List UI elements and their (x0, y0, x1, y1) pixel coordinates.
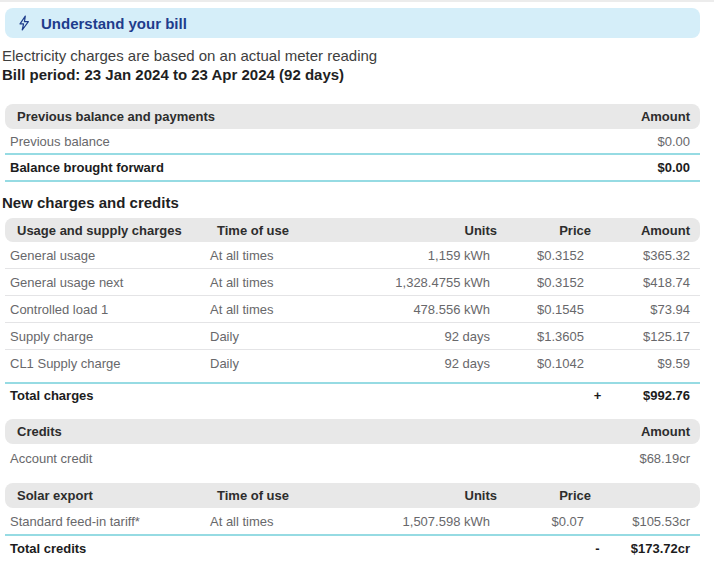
row-units: 1,159 kWh (360, 248, 490, 263)
col-header-price: Price (497, 223, 591, 238)
col-header-solar-export: Solar export (17, 488, 217, 503)
table-row: CL1 Supply charge Daily 92 days $0.1042 … (5, 350, 700, 377)
top-divider (0, 0, 714, 2)
solar-export-header: Solar export Time of use Units Price (5, 483, 700, 508)
total-label: Total credits (10, 541, 587, 556)
table-row: General usage At all times 1,159 kWh $0.… (5, 242, 700, 269)
bill-period: Bill period: 23 Jan 2024 to 23 Apr 2024 … (2, 65, 700, 85)
row-amount: $9.59 (584, 356, 690, 371)
understand-your-bill-banner[interactable]: Understand your bill (5, 8, 700, 38)
table-row: General usage next At all times 1,328.47… (5, 269, 700, 296)
col-header-usage: Usage and supply charges (17, 223, 217, 238)
bill-intro: Electricity charges are based on an actu… (2, 46, 700, 85)
table-row: Controlled load 1 At all times 478.556 k… (5, 296, 700, 323)
col-header-units: Units (367, 223, 497, 238)
balance-brought-forward-row: Balance brought forward $0.00 (5, 155, 700, 182)
row-name: General usage (10, 248, 210, 263)
credits-header-label: Credits (17, 424, 641, 439)
col-header-units: Units (367, 488, 497, 503)
banner-label: Understand your bill (41, 15, 187, 32)
row-name: Supply charge (10, 329, 210, 344)
row-amount: $105.53cr (584, 514, 690, 529)
amount-column-header: Amount (641, 424, 690, 439)
meter-reading-note: Electricity charges are based on an actu… (2, 46, 700, 65)
total-credits-row: Total credits - $173.72cr (5, 534, 700, 560)
row-amount: $68.19cr (639, 451, 690, 466)
total-amount: $0.00 (657, 160, 690, 175)
usage-table-header: Usage and supply charges Time of use Uni… (5, 218, 700, 242)
row-name: General usage next (10, 275, 210, 290)
row-time: At all times (210, 514, 360, 529)
total-label: Balance brought forward (10, 160, 657, 175)
row-units: 92 days (360, 356, 490, 371)
table-row: Account credit $68.19cr (5, 444, 700, 473)
row-price: $0.07 (490, 514, 584, 529)
row-price: $0.1545 (490, 302, 584, 317)
previous-balance-header: Previous balance and payments Amount (5, 104, 700, 129)
row-label: Account credit (10, 451, 639, 466)
row-units: 92 days (360, 329, 490, 344)
table-row: Previous balance $0.00 (5, 129, 700, 155)
total-amount: $992.76 (608, 388, 690, 403)
row-amount: $418.74 (584, 275, 690, 290)
row-time: At all times (210, 248, 360, 263)
row-amount: $365.32 (584, 248, 690, 263)
total-charges-row: Total charges + $992.76 (5, 382, 700, 406)
row-name: Controlled load 1 (10, 302, 210, 317)
new-charges-heading: New charges and credits (2, 194, 700, 211)
row-amount: $125.17 (584, 329, 690, 344)
row-price: $0.3152 (490, 248, 584, 263)
col-header-amount: Amount (591, 223, 690, 238)
row-price: $0.3152 (490, 275, 584, 290)
col-header-price: Price (497, 488, 591, 503)
col-header-time-of-use: Time of use (217, 223, 367, 238)
table-row: Supply charge Daily 92 days $1.3605 $125… (5, 323, 700, 350)
row-units: 1,507.598 kWh (360, 514, 490, 529)
row-units: 478.556 kWh (360, 302, 490, 317)
row-price: $1.3605 (490, 329, 584, 344)
bill-panel: Understand your bill Electricity charges… (5, 8, 700, 560)
row-time: At all times (210, 275, 360, 290)
row-time: Daily (210, 329, 360, 344)
row-name: CL1 Supply charge (10, 356, 210, 371)
row-name: Standard feed-in tariff* (10, 514, 210, 529)
total-label: Total charges (10, 388, 587, 403)
total-amount: $173.72cr (608, 541, 690, 556)
previous-balance-header-label: Previous balance and payments (17, 109, 641, 124)
plus-operator: + (587, 388, 608, 403)
amount-column-header: Amount (641, 109, 690, 124)
minus-operator: - (587, 541, 608, 556)
row-time: At all times (210, 302, 360, 317)
row-time: Daily (210, 356, 360, 371)
row-label: Previous balance (10, 134, 657, 149)
col-header-time-of-use: Time of use (217, 488, 367, 503)
lightning-bolt-icon (17, 15, 31, 31)
row-units: 1,328.4755 kWh (360, 275, 490, 290)
row-amount: $0.00 (657, 134, 690, 149)
row-amount: $73.94 (584, 302, 690, 317)
row-price: $0.1042 (490, 356, 584, 371)
credits-header: Credits Amount (5, 419, 700, 444)
table-row: Standard feed-in tariff* At all times 1,… (5, 508, 700, 534)
